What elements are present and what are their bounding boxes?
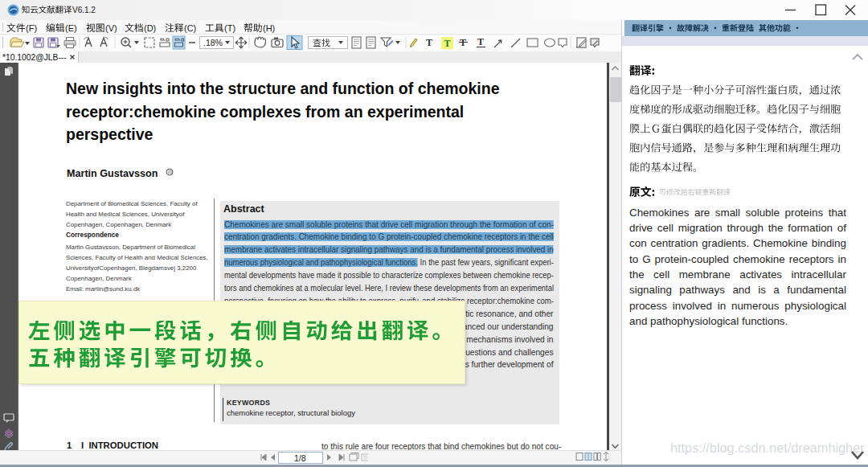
svg-text:iD: iD — [168, 170, 173, 174]
svg-text:T: T — [426, 37, 432, 48]
svg-text:T: T — [477, 36, 484, 47]
svg-text:1/8: 1/8 — [294, 453, 306, 463]
svg-text:.18%: .18% — [203, 38, 223, 47]
svg-text:T: T — [444, 38, 451, 49]
